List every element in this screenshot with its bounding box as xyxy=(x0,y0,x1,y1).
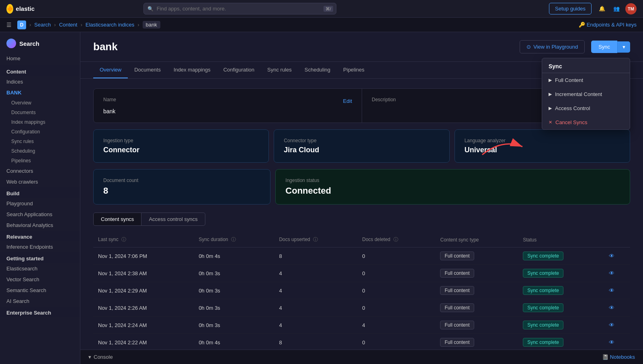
tab-scheduling[interactable]: Scheduling xyxy=(298,62,337,78)
table-row: Nov 1, 2024 7:06 PM 0h 0m 4s 8 0 Full co… xyxy=(93,247,630,265)
sidebar-item-inference-endpoints[interactable]: Inference Endpoints xyxy=(0,241,80,252)
users-icon[interactable]: 👥 xyxy=(611,3,622,14)
sidebar-sub-item-scheduling[interactable]: Scheduling xyxy=(0,146,80,156)
cell-docs-deleted: 0 xyxy=(357,247,435,265)
sidebar-sub-item-documents[interactable]: Documents xyxy=(0,108,80,117)
view-icon[interactable]: 👁 xyxy=(609,305,614,311)
cell-docs-deleted: 0 xyxy=(357,282,435,299)
play-icon-access: ▶ xyxy=(549,106,552,111)
search-input[interactable] xyxy=(143,3,336,14)
docs-upserted-info-icon: ⓘ xyxy=(313,237,318,242)
breadcrumb-search[interactable]: Search xyxy=(34,22,51,28)
sidebar-item-playground[interactable]: Playground xyxy=(0,198,80,209)
sidebar-item-behavioral-analytics[interactable]: Behavioral Analytics xyxy=(0,220,80,231)
document-count-label: Document count xyxy=(103,178,260,183)
cell-content-sync-type: Full content xyxy=(435,317,518,334)
endpoints-api-keys-link[interactable]: 🔑 Endpoints & API keys xyxy=(579,22,637,28)
global-search-bar[interactable]: 🔍 ⌘/ xyxy=(143,3,336,14)
connector-type-value: Jira Cloud xyxy=(284,146,439,154)
sync-full-content-item[interactable]: ▶ Full Content xyxy=(542,73,630,87)
elastic-logo-icon: 🔶 xyxy=(6,4,13,14)
docs-deleted-info-icon: ⓘ xyxy=(393,237,398,242)
playground-icon: ⊙ xyxy=(526,44,531,50)
view-icon[interactable]: 👁 xyxy=(609,322,614,328)
tab-pipelines[interactable]: Pipelines xyxy=(337,62,371,78)
cell-sync-duration: 0h 0m 4s xyxy=(194,334,274,351)
sidebar-item-ai-search[interactable]: AI Search xyxy=(0,296,80,307)
sidebar-sub-item-overview[interactable]: Overview xyxy=(0,98,80,108)
cell-content-sync-type: Full content xyxy=(435,282,518,299)
sidebar-item-connectors[interactable]: Connectors xyxy=(0,166,80,176)
ingestion-type-card: Ingestion type Connector xyxy=(93,129,269,163)
sidebar-sub-item-index-mappings[interactable]: Index mappings xyxy=(0,117,80,127)
cell-content-sync-type: Full content xyxy=(435,334,518,351)
sync-dropdown-toggle[interactable]: ▼ xyxy=(617,41,630,53)
table-row: Nov 1, 2024 2:38 AM 0h 0m 3s 4 0 Full co… xyxy=(93,265,630,282)
cell-action[interactable]: 👁 xyxy=(604,299,630,317)
sidebar-item-search-applications[interactable]: Search Applications xyxy=(0,209,80,220)
cell-action[interactable]: 👁 xyxy=(604,317,630,334)
sidebar-item-semantic-search[interactable]: Semantic Search xyxy=(0,285,80,296)
sidebar-item-home[interactable]: Home xyxy=(0,53,80,64)
tab-documents[interactable]: Documents xyxy=(128,62,167,78)
document-count-card: Document count 8 xyxy=(93,169,270,204)
sync-access-control-item[interactable]: ▶ Access Control xyxy=(542,101,630,115)
notifications-icon[interactable]: 🔔 xyxy=(596,3,608,14)
cell-action[interactable]: 👁 xyxy=(604,334,630,351)
view-icon[interactable]: 👁 xyxy=(609,339,614,346)
sidebar-sub-item-configuration[interactable]: Configuration xyxy=(0,127,80,137)
tab-index-mappings[interactable]: Index mappings xyxy=(167,62,217,78)
sync-button[interactable]: Sync xyxy=(591,41,617,53)
cell-sync-duration: 0h 0m 3s xyxy=(194,299,274,317)
breadcrumb-content[interactable]: Content xyxy=(59,22,78,28)
cell-docs-deleted: 0 xyxy=(357,299,435,317)
sidebar-item-vector-search[interactable]: Vector Search xyxy=(0,274,80,285)
cell-status: Sync complete xyxy=(518,265,604,282)
sidebar-item-web-crawlers[interactable]: Web crawlers xyxy=(0,176,80,187)
main-content: bank ⊙ View in Playground Sync ▼ Sync ▶ … xyxy=(80,32,643,364)
sidebar-sub-item-pipelines[interactable]: Pipelines xyxy=(0,156,80,166)
view-icon[interactable]: 👁 xyxy=(609,253,614,259)
hamburger-icon[interactable]: ☰ xyxy=(6,22,12,28)
edit-link[interactable]: Edit xyxy=(343,98,352,104)
tab-access-control-syncs[interactable]: Access control syncs xyxy=(141,213,205,226)
col-content-sync-type: Content sync type xyxy=(435,232,518,247)
tab-sync-rules[interactable]: Sync rules xyxy=(261,62,298,78)
sidebar-relevance-title: Relevance xyxy=(0,231,80,241)
notebooks-button[interactable]: 📓 Notebooks xyxy=(602,354,635,360)
sidebar-sub-item-sync-rules[interactable]: Sync rules xyxy=(0,137,80,146)
breadcrumb-d[interactable]: D xyxy=(17,20,26,29)
breadcrumb-bank[interactable]: bank xyxy=(143,21,160,29)
sidebar-item-indices[interactable]: Indices xyxy=(0,76,80,87)
sync-cancel-item[interactable]: ✕ Cancel Syncs xyxy=(542,115,630,129)
cell-status: Sync complete xyxy=(518,334,604,351)
user-avatar[interactable]: TM xyxy=(625,3,637,14)
console-bar: ▾ Console 📓 Notebooks xyxy=(80,350,643,364)
elastic-logo[interactable]: 🔶 elastic xyxy=(6,4,35,14)
cell-action[interactable]: 👁 xyxy=(604,265,630,282)
cell-action[interactable]: 👁 xyxy=(604,247,630,265)
breadcrumb-sep-4: › xyxy=(137,22,139,28)
sidebar-item-bank[interactable]: BANK xyxy=(0,87,80,98)
sync-incremental-content-item[interactable]: ▶ Incremental Content xyxy=(542,87,630,101)
setup-guides-button[interactable]: Setup guides xyxy=(549,3,592,14)
view-icon[interactable]: 👁 xyxy=(609,287,614,294)
tab-content-syncs[interactable]: Content syncs xyxy=(93,213,141,226)
breadcrumb-elasticsearch-indices[interactable]: Elasticsearch indices xyxy=(86,22,134,28)
view-in-playground-button[interactable]: ⊙ View in Playground xyxy=(520,40,585,53)
sidebar-item-elasticsearch[interactable]: Elasticsearch xyxy=(0,263,80,274)
cell-action[interactable]: 👁 xyxy=(604,282,630,299)
tab-configuration[interactable]: Configuration xyxy=(217,62,261,78)
connector-type-label: Connector type xyxy=(284,138,439,143)
cell-last-sync: Nov 1, 2024 2:24 AM xyxy=(93,317,194,334)
col-docs-upserted: Docs upserted ⓘ xyxy=(274,232,357,247)
console-toggle[interactable]: ▾ Console xyxy=(88,354,113,360)
cell-sync-duration: 0h 0m 3s xyxy=(194,282,274,299)
main-layout: Search Home Content Indices BANK Overvie… xyxy=(0,32,643,364)
last-sync-info-icon: ⓘ xyxy=(121,237,126,242)
sync-type-tabs: Content syncs Access control syncs xyxy=(93,213,630,226)
cell-status: Sync complete xyxy=(518,317,604,334)
console-label-text: Console xyxy=(94,354,113,360)
view-icon[interactable]: 👁 xyxy=(609,270,614,276)
tab-overview[interactable]: Overview xyxy=(93,62,128,78)
